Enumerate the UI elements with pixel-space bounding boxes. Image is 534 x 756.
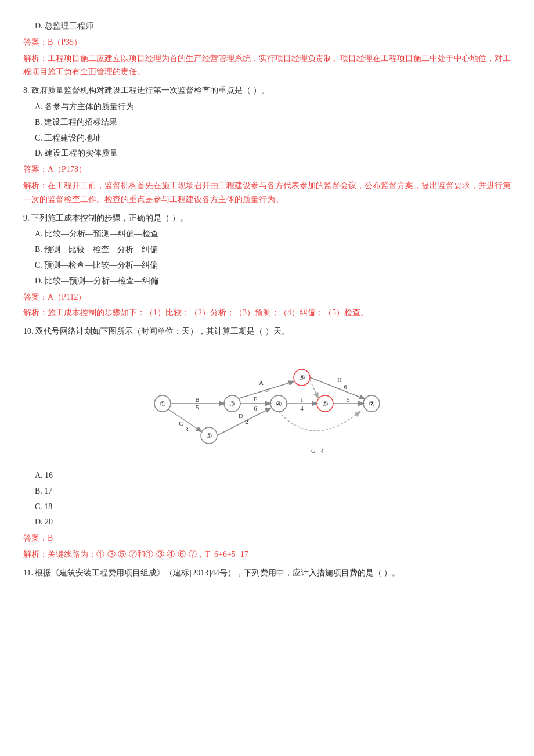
svg-text:6: 6 <box>344 383 347 390</box>
network-diagram-svg: ① ② ③ ④ ⑤ ⑥ ⑦ B 5 C 3 D 2 A 6 <box>145 345 389 462</box>
svg-text:F: F <box>254 395 257 402</box>
svg-text:4: 4 <box>300 405 304 412</box>
svg-text:D: D <box>239 412 243 419</box>
top-divider <box>23 12 511 12</box>
svg-line-32 <box>310 380 318 398</box>
svg-text:A: A <box>259 379 264 386</box>
svg-text:5: 5 <box>196 404 199 411</box>
question10-option-a: A. 16 <box>23 469 511 483</box>
question11: 11. 根据《建筑安装工程费用项目组成》（建标[2013]44号），下列费用中，… <box>23 566 511 580</box>
question10: 10. 双代号网络计划如下图所示（时间单位：天），其计算工期是（ ）天。 <box>23 325 511 339</box>
question8-option-a: A. 各参与方主体的质量行为 <box>23 100 511 114</box>
question9-option-d: D. 比较—预测—分析—检查—纠偏 <box>23 274 511 288</box>
question7-analysis: 解析：工程项目施工应建立以项目经理为首的生产经营管理系统，实行项目经理负责制。项… <box>23 52 511 80</box>
svg-text:I: I <box>301 396 303 403</box>
svg-text:⑥: ⑥ <box>322 400 329 408</box>
question9-answer: 答案：A（P112） <box>23 290 511 304</box>
svg-line-20 <box>217 408 270 435</box>
question10-option-b: B. 17 <box>23 484 511 498</box>
question9-option-a: A. 比较—分析—预测—纠偏—检查 <box>23 227 511 241</box>
question7-answer: 答案：B（P35） <box>23 35 511 49</box>
svg-text:C: C <box>179 420 183 427</box>
question10-option-d: D. 20 <box>23 515 511 529</box>
question8-option-d: D. 建设工程的实体质量 <box>23 146 511 160</box>
question9: 9. 下列施工成本控制的步骤，正确的是（ ）。 <box>23 211 511 225</box>
question8: 8. 政府质量监督机构对建设工程进行第一次监督检查的重点是（ ）。 <box>23 84 511 98</box>
svg-text:B: B <box>195 396 199 403</box>
svg-text:③: ③ <box>229 400 236 408</box>
question9-option-c: C. 预测—检查—比较—分析—纠偏 <box>23 258 511 272</box>
question8-answer: 答案：A（P178） <box>23 163 511 177</box>
network-diagram: ① ② ③ ④ ⑤ ⑥ ⑦ B 5 C 3 D 2 A 6 <box>23 345 511 462</box>
svg-text:4: 4 <box>320 447 324 454</box>
question9-analysis: 解析：施工成本控制的步骤如下：（1）比较；（2）分析；（3）预测；（4）纠偏；（… <box>23 306 511 320</box>
svg-text:5: 5 <box>347 396 350 403</box>
question10-option-c: C. 18 <box>23 500 511 514</box>
question9-option-b: B. 预测—比较—检查—分析—纠偏 <box>23 243 511 257</box>
question10-answer: 答案：B <box>23 531 511 545</box>
svg-text:6: 6 <box>265 386 269 393</box>
question8-analysis: 解析：在工程开工前，监督机构首先在施工现场召开由工程建设参与各方代表参加的监督会… <box>23 179 511 207</box>
question8-option-b: B. 建设工程的招标结果 <box>23 116 511 129</box>
svg-text:①: ① <box>160 400 166 408</box>
svg-text:⑦: ⑦ <box>369 400 375 408</box>
svg-text:②: ② <box>206 432 212 440</box>
question8-option-c: C. 工程建设的地址 <box>23 131 511 145</box>
svg-text:H: H <box>337 376 342 383</box>
svg-text:2: 2 <box>245 418 248 425</box>
svg-text:6: 6 <box>254 405 257 412</box>
question10-analysis: 解析：关键线路为：①-③-⑤-⑦和①-③-④-⑥-⑦，T=6+6+5=17 <box>23 548 511 561</box>
question7-option-d: D. 总监理工程师 <box>23 19 511 33</box>
svg-text:3: 3 <box>185 426 189 433</box>
svg-text:④: ④ <box>276 400 282 408</box>
svg-text:⑤: ⑤ <box>299 374 305 382</box>
svg-text:G: G <box>311 447 316 454</box>
